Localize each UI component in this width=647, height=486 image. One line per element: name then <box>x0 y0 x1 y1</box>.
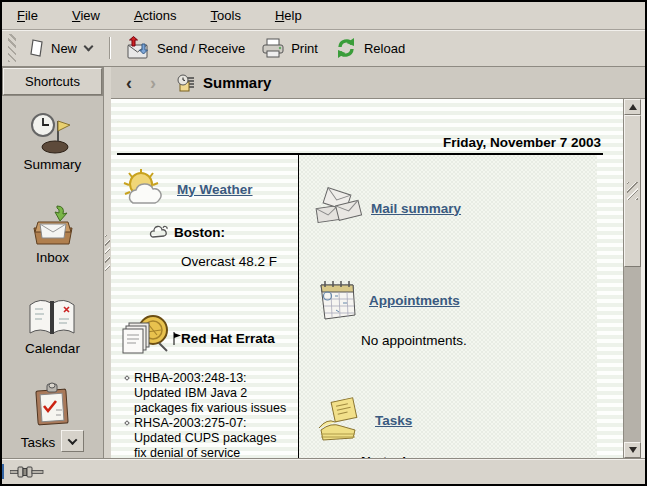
new-button[interactable]: New <box>22 34 100 62</box>
status-left-tick <box>2 464 4 479</box>
errata-list: RHBA-2003:248-13: Updated IBM Java 2 pac… <box>125 371 294 458</box>
summary-folder-icon <box>176 74 195 92</box>
errata-section-head: Red Hat Errata <box>119 313 294 363</box>
chevron-down-icon <box>84 42 94 52</box>
mail-section-head: Mail summary <box>313 185 597 231</box>
reload-label: Reload <box>364 41 405 56</box>
scrollbar-track[interactable] <box>624 267 641 442</box>
date-heading: Friday, November 7 2003 <box>111 135 601 150</box>
tasks-link[interactable]: Tasks <box>375 413 412 428</box>
mail-summary-link[interactable]: Mail summary <box>371 201 461 216</box>
menu-actions[interactable]: Actions <box>129 5 182 26</box>
menu-help[interactable]: Help <box>270 5 307 26</box>
bullet-icon <box>124 420 130 426</box>
errata-title: Red Hat Errata <box>181 331 275 346</box>
send-receive-icon <box>125 36 151 60</box>
shortcut-group-combo-button[interactable] <box>61 430 84 452</box>
left-column: My Weather Boston: <box>111 155 299 458</box>
sidebar-item-label: Calendar <box>25 341 80 356</box>
forward-button[interactable]: › <box>144 74 162 92</box>
sidebar-item-calendar[interactable]: Calendar <box>25 295 80 356</box>
arrow-up-icon <box>629 104 637 110</box>
sidebar-item-summary[interactable]: Summary <box>24 109 82 172</box>
send-receive-button[interactable]: Send / Receive <box>119 32 251 64</box>
content-wrap: Friday, November 7 2003 <box>111 99 645 458</box>
summary-content: Friday, November 7 2003 <box>111 99 624 458</box>
pane-resize-handle[interactable] <box>104 67 111 458</box>
reload-button[interactable]: Reload <box>328 33 411 63</box>
errata-item[interactable]: RHBA-2003:248-13: Updated IBM Java 2 pac… <box>125 371 294 416</box>
flag-icon <box>173 332 181 345</box>
pane-grip-icon <box>105 235 110 273</box>
shortcuts-group-button[interactable]: Shortcuts <box>3 68 102 95</box>
reload-icon <box>334 37 358 59</box>
menu-tools[interactable]: Tools <box>206 5 246 26</box>
menu-bar: File View Actions Tools Help <box>2 2 645 30</box>
sidebar-item-label: Inbox <box>36 250 69 265</box>
online-connector-icon[interactable] <box>10 465 44 479</box>
scrollbar-thumb[interactable] <box>624 115 641 267</box>
my-weather-link[interactable]: My Weather <box>177 182 253 197</box>
arrow-down-icon <box>629 447 637 453</box>
sidebar-item-label: Tasks <box>21 435 56 450</box>
tasks-section-head: Tasks <box>313 396 597 444</box>
chevron-down-icon <box>68 435 78 445</box>
weather-section-head: My Weather <box>119 165 294 213</box>
print-button[interactable]: Print <box>255 33 324 63</box>
calendar-shortcut-icon <box>26 295 78 339</box>
bullet-icon <box>124 375 130 381</box>
errata-item[interactable]: RHSA-2003:275-07: Updated CUPS packages … <box>125 416 294 458</box>
back-button[interactable]: ‹ <box>120 74 138 92</box>
errata-icon <box>119 313 173 363</box>
body-row: Shortcuts Summary <box>2 67 645 458</box>
sidebar-item-label: Summary <box>24 157 82 172</box>
right-gap <box>641 99 645 458</box>
appointments-icon <box>313 277 361 323</box>
menu-view[interactable]: View <box>67 5 105 26</box>
inbox-shortcut-icon <box>29 202 77 248</box>
sidebar-item-tasks[interactable]: Tasks <box>21 382 85 452</box>
toolbar-grip[interactable] <box>8 34 16 62</box>
weather-location: Boston: <box>174 225 225 240</box>
no-appointments-text: No appointments. <box>361 333 597 348</box>
summary-columns: My Weather Boston: <box>111 155 623 458</box>
right-column: Mail summary <box>299 155 597 458</box>
scroll-up-button[interactable] <box>624 99 641 115</box>
cloud-small-icon <box>149 225 169 240</box>
toolbar-separator <box>109 37 110 59</box>
toolbar: New Send / Receive <box>2 30 645 67</box>
folder-title-bar: ‹ › Summary <box>111 67 645 99</box>
column-spacer <box>597 155 623 458</box>
weather-icon <box>119 165 169 213</box>
sidebar-item-inbox[interactable]: Inbox <box>29 202 77 265</box>
weather-location-row: Boston: <box>149 225 294 240</box>
appointments-section-head: Appointments <box>313 277 597 323</box>
page-title: Summary <box>203 74 271 91</box>
weather-condition: Overcast 48.2 F <box>181 254 294 269</box>
vertical-scrollbar[interactable] <box>624 99 641 458</box>
errata-title-row: Red Hat Errata <box>173 331 275 346</box>
mail-summary-icon <box>313 185 363 231</box>
tasks-shortcut-icon <box>29 382 75 428</box>
main-view: ‹ › Summary Friday, November 7 2003 <box>111 67 645 458</box>
menu-file[interactable]: File <box>12 5 43 26</box>
shortcut-bar: Shortcuts Summary <box>2 67 104 458</box>
print-icon <box>261 37 285 59</box>
evolution-window: File View Actions Tools Help New <box>0 0 647 486</box>
new-button-label: New <box>51 41 77 56</box>
appointments-link[interactable]: Appointments <box>369 293 460 308</box>
summary-shortcut-icon <box>28 109 76 155</box>
scroll-down-button[interactable] <box>624 442 641 458</box>
print-label: Print <box>291 41 318 56</box>
tasks-notes-icon <box>313 396 367 444</box>
shortcut-items: Summary Inbox <box>2 96 103 458</box>
status-bar <box>2 458 645 484</box>
new-document-icon <box>28 38 45 58</box>
send-receive-label: Send / Receive <box>157 41 245 56</box>
